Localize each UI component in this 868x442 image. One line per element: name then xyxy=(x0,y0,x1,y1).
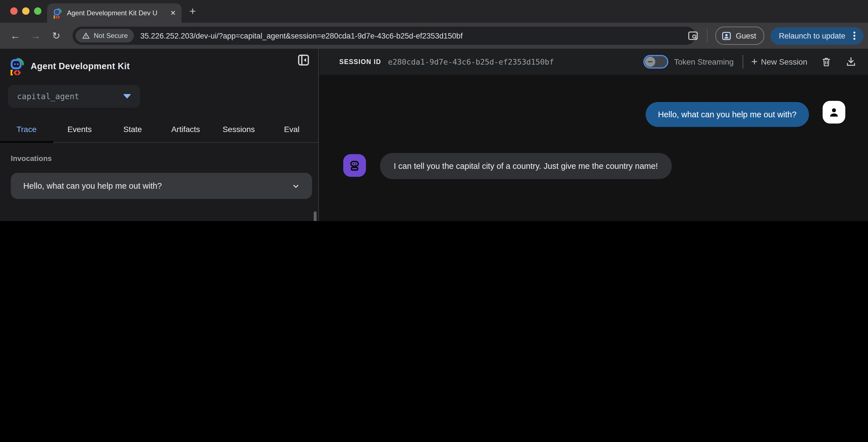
back-icon[interactable]: ← xyxy=(10,31,21,41)
close-tab-icon[interactable]: ✕ xyxy=(170,9,176,17)
adk-favicon-icon xyxy=(53,8,62,19)
user-message-row: Hello, what can you help me out with? xyxy=(646,101,845,127)
toolbar-divider xyxy=(707,29,708,42)
browser-toolbar: ← → ↻ Not Secure 35.226.252.203/dev-ui/?… xyxy=(0,23,868,49)
sidebar-tabs: Trace Events State Artifacts Sessions Ev… xyxy=(0,116,318,143)
tab-trace[interactable]: Trace xyxy=(0,116,53,142)
reload-icon[interactable]: ↻ xyxy=(52,31,60,40)
token-streaming-toggle[interactable] xyxy=(643,55,668,69)
person-icon xyxy=(828,106,840,118)
invocations-heading: Invocations xyxy=(11,154,52,163)
forward-icon[interactable]: → xyxy=(31,31,41,41)
bot-avatar xyxy=(343,154,366,177)
delete-session-button[interactable] xyxy=(821,56,832,67)
guest-profile-button[interactable]: Guest xyxy=(715,27,764,45)
relaunch-to-update-button[interactable]: Relaunch to update xyxy=(770,27,864,44)
tab-title: Agent Development Kit Dev U xyxy=(67,9,167,17)
bot-message-row: I can tell you the capital city of a cou… xyxy=(343,154,672,179)
new-tab-button[interactable]: + xyxy=(189,4,196,18)
tab-strip: Agent Development Kit Dev U ✕ + xyxy=(0,0,868,23)
session-id-label: SESSION ID xyxy=(339,58,381,65)
invocation-expansion-panel[interactable]: Hello, what can you help me out with? xyxy=(11,173,312,199)
browser-menu-kebab-icon[interactable] xyxy=(850,31,859,41)
tab-state[interactable]: State xyxy=(106,116,159,142)
tab-events[interactable]: Events xyxy=(53,116,106,142)
active-tab-indicator xyxy=(0,141,53,143)
session-header: SESSION ID e280cda1-9d7e-43c6-b25d-ef235… xyxy=(319,49,868,75)
adk-logo-icon xyxy=(9,57,25,75)
agent-select-value: capital_agent xyxy=(17,92,123,101)
sidebar-header: Agent Development Kit xyxy=(9,55,311,78)
relaunch-label: Relaunch to update xyxy=(779,31,845,40)
guest-label: Guest xyxy=(736,31,756,40)
agent-select-dropdown[interactable]: capital_agent xyxy=(8,85,140,108)
chevron-down-icon xyxy=(123,94,131,99)
adk-dev-ui: Agent Development Kit capital_agent Trac… xyxy=(0,49,868,221)
tab-artifacts[interactable]: Artifacts xyxy=(159,116,212,142)
close-window-button[interactable] xyxy=(10,7,18,15)
collapse-sidebar-icon[interactable] xyxy=(297,53,310,67)
url-bar[interactable]: Not Secure 35.226.252.203/dev-ui/?app=ca… xyxy=(73,27,696,45)
minimize-window-button[interactable] xyxy=(22,7,30,15)
url-text: 35.226.252.203/dev-ui/?app=capital_agent… xyxy=(141,31,463,40)
user-avatar xyxy=(823,101,845,124)
new-session-button[interactable]: + New Session xyxy=(751,57,807,66)
new-session-label: New Session xyxy=(761,57,807,66)
chat-messages: Hello, what can you help me out with? xyxy=(319,75,868,221)
session-header-actions: Token Streaming + New Session xyxy=(643,55,857,69)
guest-avatar-icon xyxy=(721,30,732,41)
sidebar-scrollbar[interactable] xyxy=(314,211,316,221)
header-divider xyxy=(743,55,743,69)
sidebar: Agent Development Kit capital_agent Trac… xyxy=(0,49,319,221)
not-secure-chip[interactable]: Not Secure xyxy=(76,29,134,42)
session-id-value: e280cda1-9d7e-43c6-b25d-ef2353d150bf xyxy=(388,57,554,66)
window-controls xyxy=(10,7,41,15)
warning-icon xyxy=(82,32,91,40)
robot-icon xyxy=(348,159,361,172)
not-secure-label: Not Secure xyxy=(94,32,128,40)
browser-window: Agent Development Kit Dev U ✕ + ← → ↻ No… xyxy=(0,0,868,221)
tab-sessions[interactable]: Sessions xyxy=(212,116,265,142)
user-message-bubble: Hello, what can you help me out with? xyxy=(646,102,809,127)
chevron-down-icon xyxy=(291,181,301,191)
chat-pane: SESSION ID e280cda1-9d7e-43c6-b25d-ef235… xyxy=(319,49,868,221)
side-panel-search-icon[interactable] xyxy=(687,30,699,42)
toggle-thumb xyxy=(645,57,655,67)
browser-tab[interactable]: Agent Development Kit Dev U ✕ xyxy=(47,3,182,23)
toolbar-right: Guest Relaunch to update xyxy=(687,23,864,49)
export-session-button[interactable] xyxy=(845,56,857,67)
tab-eval[interactable]: Eval xyxy=(265,116,318,142)
trash-icon xyxy=(821,56,832,67)
fullscreen-window-button[interactable] xyxy=(34,7,41,15)
plus-icon: + xyxy=(751,58,757,66)
bot-message-bubble: I can tell you the capital city of a cou… xyxy=(380,153,672,179)
app-title: Agent Development Kit xyxy=(31,61,130,71)
download-icon xyxy=(845,56,857,67)
invocation-text: Hello, what can you help me out with? xyxy=(23,181,291,191)
token-streaming-label: Token Streaming xyxy=(674,57,734,66)
